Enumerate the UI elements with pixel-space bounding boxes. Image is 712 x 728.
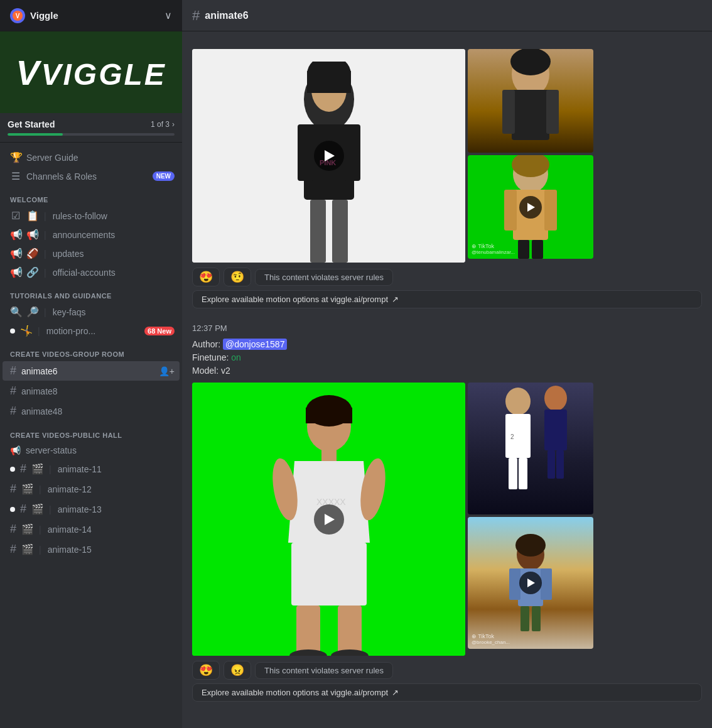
- viggle-v: V: [16, 53, 41, 92]
- sidebar: V Viggle ∨ VVIGGLE Get Started 1 of 3 › …: [0, 0, 182, 728]
- channel-name: animate6: [205, 10, 248, 21]
- sidebar-item-updates[interactable]: 📢 🏈 | updates: [3, 244, 180, 263]
- get-started-header: Get Started 1 of 3 ›: [8, 119, 175, 129]
- updates-icon: 📢: [10, 247, 21, 259]
- svg-rect-7: [332, 200, 348, 263]
- media-main-1[interactable]: PINK: [192, 49, 465, 263]
- play-button-2b[interactable]: [519, 572, 542, 594]
- report-button-1[interactable]: This content violates server rules: [255, 269, 393, 286]
- film-icon-13: 🎬: [31, 503, 43, 515]
- motion-pro-new-badge: 68 New: [144, 327, 175, 335]
- animate6-label: animate6: [21, 366, 154, 376]
- hash-icon-11: #: [20, 462, 26, 475]
- server-guide-label: Server Guide: [26, 153, 175, 163]
- server-chevron-icon[interactable]: ∨: [165, 9, 172, 21]
- author-label: Author:: [192, 339, 223, 349]
- video-thumb-2: XXXXX: [192, 383, 465, 656]
- svg-rect-38: [505, 414, 531, 458]
- sidebar-item-animate-14[interactable]: # 🎬 | animate-14: [3, 519, 180, 539]
- svg-rect-5: [345, 124, 360, 181]
- sidebar-item-animate-13[interactable]: # 🎬 | animate-13: [3, 499, 180, 519]
- animate-13-label: animate-13: [58, 504, 175, 514]
- side-thumb-2a[interactable]: 2: [468, 383, 593, 514]
- official-icon: 📢: [10, 266, 21, 278]
- sidebar-item-announcements[interactable]: 📢 📢 | announcements: [3, 225, 180, 244]
- sidebar-item-animate8[interactable]: # animate8: [3, 381, 180, 401]
- svg-text:V: V: [16, 13, 20, 19]
- motion-pro-label: motion-pro...: [46, 326, 139, 336]
- updates-emoji-icon: 🏈: [26, 247, 38, 259]
- explore-btn-1[interactable]: Explore available motion options at vigg…: [192, 290, 702, 308]
- side-thumb-2b[interactable]: ⊕ TikTok @brooke_chan...: [468, 517, 593, 649]
- sidebar-item-animate-12[interactable]: # 🎬 | animate-12: [3, 479, 180, 499]
- play-button-2[interactable]: [314, 504, 344, 535]
- reaction-love-2[interactable]: 😍: [192, 661, 220, 680]
- reaction-bar-1: 😍 🤨 This content violates server rules: [192, 268, 702, 286]
- server-header[interactable]: V Viggle ∨: [0, 0, 182, 31]
- sidebar-item-key-faqs[interactable]: 🔍 🔎 | key-faqs: [3, 303, 180, 321]
- svg-rect-43: [544, 410, 567, 450]
- play-icon-1b: [527, 203, 535, 212]
- sidebar-item-server-status[interactable]: 📢 server-status: [3, 442, 180, 459]
- film-icon-11: 🎬: [31, 463, 43, 475]
- sidebar-item-motion-pro[interactable]: 🤸 | motion-pro... 68 New: [3, 322, 180, 340]
- play-icon-2: [325, 514, 335, 525]
- model-line: Model: v2: [192, 364, 702, 378]
- progress-chevron-icon: ›: [172, 120, 175, 129]
- love-emoji-1: 😍: [199, 270, 213, 284]
- author-mention[interactable]: @donjose1587: [223, 339, 287, 350]
- svg-text:2: 2: [510, 433, 514, 440]
- animate48-label: animate48: [21, 406, 175, 416]
- side-thumb-1b[interactable]: ⊕ TikTok @tenubamalinzar...: [468, 155, 593, 259]
- svg-rect-21: [544, 190, 557, 231]
- film-icon-12: 🎬: [21, 483, 33, 495]
- svg-rect-32: [291, 543, 367, 606]
- svg-rect-33: [296, 606, 320, 656]
- add-member-icon[interactable]: 👤+: [159, 366, 175, 376]
- message-block-1: PINK: [182, 41, 712, 311]
- media-grid-1: PINK: [192, 49, 702, 263]
- external-link-icon-1: ↗: [392, 295, 399, 304]
- rules-icon: ☑: [10, 210, 21, 222]
- animate8-label: animate8: [21, 386, 175, 396]
- svg-rect-4: [298, 124, 313, 181]
- reaction-confused-1[interactable]: 🤨: [224, 268, 251, 286]
- sidebar-item-server-guide[interactable]: 🏆 Server Guide: [3, 148, 180, 166]
- side-thumb-1a[interactable]: [468, 49, 593, 153]
- unread-dot-13: [10, 507, 15, 512]
- get-started-progress: 1 of 3 ›: [151, 120, 175, 129]
- sidebar-item-animate-11[interactable]: # 🎬 | animate-11: [3, 459, 180, 479]
- svg-rect-44: [547, 450, 555, 479]
- svg-rect-50: [541, 568, 552, 600]
- sidebar-item-official-accounts[interactable]: 📢 🔗 | official-accounts: [3, 263, 180, 281]
- sidebar-item-channels-roles[interactable]: ☰ Channels & Roles NEW: [3, 167, 180, 185]
- animate-15-label: animate-15: [48, 545, 175, 555]
- video-thumb-1: PINK: [192, 49, 465, 263]
- explore-btn-2[interactable]: Explore available motion options at vigg…: [192, 683, 702, 702]
- svg-rect-15: [502, 90, 515, 134]
- sidebar-item-animate-15[interactable]: # 🎬 | animate-15: [3, 540, 180, 559]
- reaction-angry-2[interactable]: 😠: [224, 661, 251, 680]
- media-main-2[interactable]: XXXXX: [192, 383, 465, 656]
- finetune-value: on: [231, 352, 241, 362]
- play-button-1b[interactable]: [519, 196, 542, 219]
- sidebar-item-animate48[interactable]: # animate48: [3, 401, 180, 421]
- animate-14-label: animate-14: [48, 524, 175, 535]
- svg-point-42: [544, 386, 567, 411]
- external-link-icon-2: ↗: [392, 688, 399, 697]
- sidebar-item-animate6[interactable]: # animate6 👤+: [3, 361, 180, 381]
- messages-area: PINK: [182, 31, 712, 728]
- reaction-love-1[interactable]: 😍: [192, 268, 220, 286]
- play-button-1[interactable]: [314, 141, 344, 171]
- svg-rect-16: [546, 90, 559, 134]
- report-button-2[interactable]: This content violates server rules: [255, 662, 393, 679]
- media-side-2: 2: [468, 383, 593, 656]
- play-icon-1: [325, 150, 335, 161]
- section-create-public: CREATE VIDEOS-PUBLIC HALL: [0, 421, 182, 442]
- play-icon-2b: [527, 579, 535, 587]
- sidebar-item-rules[interactable]: ☑ 📋 | rules-to-follow: [3, 207, 180, 225]
- media-side-1: ⊕ TikTok @tenubamalinzar...: [468, 49, 593, 263]
- announcements-label: announcements: [53, 230, 175, 240]
- get-started-title: Get Started: [8, 119, 55, 129]
- hash-icon-animate6: #: [10, 364, 16, 378]
